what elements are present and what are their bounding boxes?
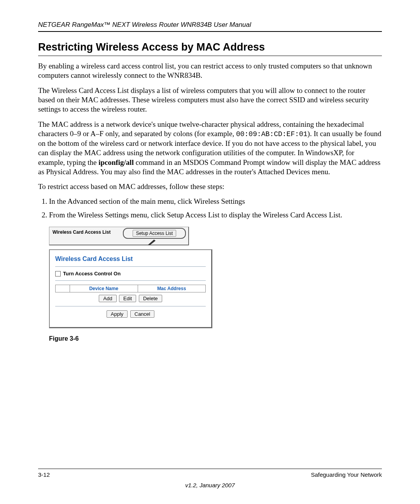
step-2-text: From the Wireless Settings menu, click S…	[49, 211, 342, 219]
panel-sep-2	[55, 280, 206, 281]
setup-access-list-button[interactable]: Setup Access List	[133, 230, 177, 237]
mac-example: 00:09:AB:CD:EF:01	[236, 130, 308, 138]
panel-sep-3	[55, 306, 206, 306]
col-device-name: Device Name	[70, 285, 138, 292]
apply-button[interactable]: Apply	[107, 310, 128, 318]
cancel-button[interactable]: Cancel	[130, 310, 154, 318]
callout-oval: Setup Access List	[123, 228, 186, 239]
steps-list: In the Advanced section of the main menu…	[38, 197, 382, 220]
header-rule	[38, 31, 382, 32]
snippet-wireless-card-row: Wireless Card Access List Setup Access L…	[49, 227, 189, 245]
paragraph-4: To restrict access based on MAC addresse…	[38, 182, 382, 191]
figure-caption: Figure 3-6	[49, 335, 212, 342]
col-select	[56, 285, 70, 292]
turn-access-control-checkbox[interactable]	[55, 271, 61, 276]
add-button[interactable]: Add	[99, 295, 116, 302]
row-crud-buttons: Add Edit Delete	[55, 295, 206, 302]
page-footer: 3-12 Safeguarding Your Network v1.2, Jan…	[38, 469, 382, 488]
running-header: NETGEAR RangeMax™ NEXT Wireless Router W…	[38, 21, 382, 29]
footer-rule	[38, 469, 382, 469]
ipconfig-cmd: ipconfig/all	[98, 158, 134, 166]
page-number: 3-12	[38, 471, 50, 478]
paragraph-1: By enabling a wireless card access contr…	[38, 61, 382, 80]
paragraph-3: The MAC address is a network device's un…	[38, 120, 382, 177]
access-list-panel: Wireless Card Access List Turn Access Co…	[49, 249, 212, 328]
figure-3-6: Wireless Card Access List Setup Access L…	[49, 227, 212, 342]
turn-access-control-label: Turn Access Control On	[63, 271, 121, 276]
step-1: In the Advanced section of the main menu…	[49, 197, 382, 206]
svg-marker-0	[148, 240, 156, 245]
callout-arrow-icon	[148, 240, 156, 245]
panel-sep-1	[55, 266, 206, 267]
turn-access-control-row: Turn Access Control On	[55, 271, 206, 276]
step-2: From the Wireless Settings menu, click S…	[49, 210, 382, 220]
step-1-text: In the Advanced section of the main menu…	[49, 197, 245, 205]
row-apply-cancel: Apply Cancel	[55, 310, 206, 318]
edit-button[interactable]: Edit	[119, 295, 136, 302]
paragraph-2: The Wireless Card Access List displays a…	[38, 86, 382, 114]
panel-title: Wireless Card Access List	[55, 256, 206, 262]
footer-section: Safeguarding Your Network	[311, 471, 382, 478]
col-mac-address: Mac Address	[138, 285, 206, 292]
title-underline	[38, 56, 382, 56]
access-list-table-header: Device Name Mac Address	[55, 285, 206, 292]
snippet-label: Wireless Card Access List	[52, 229, 111, 235]
footer-version: v1.2, January 2007	[38, 482, 382, 488]
delete-button[interactable]: Delete	[139, 295, 162, 302]
page-title: Restricting Wireless Access by MAC Addre…	[38, 41, 382, 53]
